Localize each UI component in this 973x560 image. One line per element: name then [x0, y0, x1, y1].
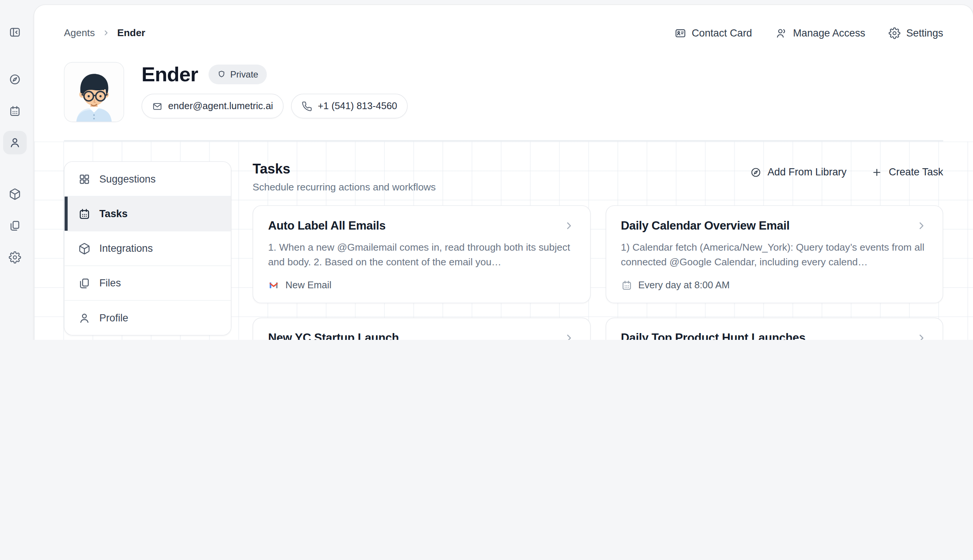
subnav-label: Files: [99, 277, 121, 289]
breadcrumb: Agents Ender: [64, 27, 145, 39]
gmail-icon: [268, 280, 279, 291]
task-description: 1) Calendar fetch (America/New_York): Qu…: [621, 240, 928, 270]
copy-icon: [78, 277, 91, 289]
subnav-label: Suggestions: [99, 173, 156, 185]
cube-icon[interactable]: [9, 188, 21, 200]
task-trigger: New Email: [268, 280, 331, 291]
app-window: R Agents Ender Contact Card Manage Acces…: [0, 0, 973, 340]
settings-button[interactable]: Settings: [889, 27, 943, 39]
app-sidebar: R: [0, 0, 34, 340]
page-header: Agents Ender Contact Card Manage Access …: [64, 22, 943, 43]
manage-access-button[interactable]: Manage Access: [776, 27, 865, 39]
mail-icon: [152, 101, 163, 112]
calendar-icon: [621, 280, 632, 291]
calendar-icon[interactable]: [9, 105, 21, 117]
task-title: Auto Label All Emails: [268, 219, 386, 233]
contact-card-label: Contact Card: [692, 27, 752, 39]
phone-icon: [302, 101, 312, 112]
subnav-item-tasks[interactable]: Tasks: [64, 196, 231, 231]
subnav-label: Integrations: [99, 242, 153, 254]
task-card-daily-calendar-overview-email[interactable]: Daily Calendar Overview Email 1) Calenda…: [606, 205, 943, 303]
plus-icon: [871, 166, 883, 178]
chevron-right-icon: [915, 220, 928, 232]
create-task-label: Create Task: [889, 166, 943, 178]
shield-icon: [217, 70, 226, 78]
tasks-title: Tasks: [253, 161, 436, 177]
subnav-item-suggestions[interactable]: Suggestions: [64, 162, 231, 196]
task-trigger: Every day at 8:00 AM: [621, 280, 730, 291]
person-icon: [9, 137, 21, 149]
task-card-auto-label-all-emails[interactable]: Auto Label All Emails 1. When a new @Gma…: [253, 205, 591, 303]
task-trigger-label: New Email: [285, 280, 331, 291]
task-title: New YC Startup Launch: [268, 332, 399, 340]
add-from-library-label: Add From Library: [768, 166, 846, 178]
subnav-label: Tasks: [99, 208, 128, 219]
tasks-subtitle: Schedule recurring actions and workflows: [253, 182, 436, 193]
task-trigger-label: Every day at 8:00 AM: [638, 280, 730, 291]
settings-label: Settings: [906, 27, 943, 39]
task-card-daily-top-product-hunt-launches[interactable]: Daily Top Product Hunt Launches 1. Visit…: [606, 318, 943, 340]
sidebar-item-agents[interactable]: [3, 131, 27, 155]
gear-icon: [889, 27, 900, 39]
task-title: Daily Calendar Overview Email: [621, 219, 789, 233]
agent-phone-chip[interactable]: +1 (541) 813-4560: [291, 94, 408, 118]
header-actions: Contact Card Manage Access Settings: [674, 27, 943, 39]
chevron-right-icon: [562, 332, 575, 340]
subnav-item-profile[interactable]: Profile: [64, 300, 231, 335]
agent-email: ender@agent.lumetric.ai: [168, 100, 274, 112]
calendar-icon: [78, 207, 91, 220]
task-title: Daily Top Product Hunt Launches: [621, 332, 805, 340]
grid-icon: [78, 173, 91, 185]
subnav-item-integrations[interactable]: Integrations: [64, 231, 231, 265]
task-card-new-yc-startup-launch[interactable]: New YC Startup Launch 1. Read through th…: [253, 318, 591, 340]
gear-icon[interactable]: [9, 251, 21, 263]
agent-phone: +1 (541) 813-4560: [318, 100, 397, 112]
agent-identity: Ender Private ender@agent.lumetric.ai +1…: [142, 62, 408, 122]
chevron-right-icon: [915, 332, 928, 340]
agent-profile: Ender Private ender@agent.lumetric.ai +1…: [64, 62, 408, 122]
header-divider: [64, 140, 943, 141]
contact-card-icon: [674, 27, 686, 39]
subnav-label: Profile: [99, 312, 129, 324]
task-cards-grid: Auto Label All Emails 1. When a new @Gma…: [253, 205, 943, 340]
content-area: Suggestions Tasks Integrations Files Pro…: [34, 142, 973, 340]
agent-email-chip[interactable]: ender@agent.lumetric.ai: [142, 94, 284, 118]
task-description: 1. When a new @Gmailemail comes in, read…: [268, 240, 575, 270]
breadcrumb-current: Ender: [117, 27, 145, 39]
users-icon: [776, 27, 787, 39]
agent-subnav: Suggestions Tasks Integrations Files Pro…: [64, 161, 232, 335]
breadcrumb-agents[interactable]: Agents: [64, 27, 95, 39]
contact-card-button[interactable]: Contact Card: [674, 27, 752, 39]
compass-icon[interactable]: [9, 73, 21, 85]
manage-access-label: Manage Access: [793, 27, 865, 39]
person-icon: [78, 312, 91, 324]
chevron-right-icon: [102, 28, 110, 37]
visibility-badge: Private: [209, 64, 267, 84]
copy-icon[interactable]: [9, 219, 21, 232]
agent-avatar: [64, 62, 124, 122]
subnav-item-files[interactable]: Files: [64, 265, 231, 300]
main-panel: Agents Ender Contact Card Manage Access …: [34, 5, 973, 340]
cube-icon: [78, 242, 91, 255]
tasks-section: Tasks Schedule recurring actions and wor…: [253, 161, 943, 340]
panel-toggle-icon[interactable]: [9, 26, 21, 38]
visibility-badge-label: Private: [230, 69, 258, 79]
agent-name: Ender: [142, 64, 198, 84]
chevron-right-icon: [562, 220, 575, 232]
compass-icon: [750, 166, 761, 178]
add-from-library-button[interactable]: Add From Library: [750, 166, 846, 178]
tasks-heading-block: Tasks Schedule recurring actions and wor…: [253, 161, 436, 193]
create-task-button[interactable]: Create Task: [871, 166, 943, 178]
